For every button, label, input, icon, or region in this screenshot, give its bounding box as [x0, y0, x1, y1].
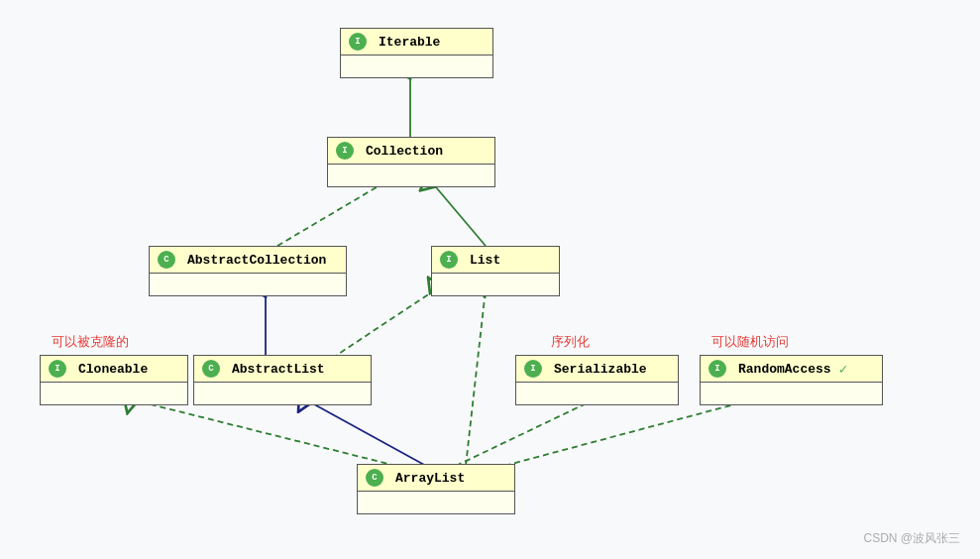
list-box: List	[431, 246, 560, 296]
watermark: CSDN @波风张三	[863, 530, 960, 547]
abstractlist-icon	[202, 360, 220, 378]
iterable-body	[341, 56, 492, 77]
abstractcollection-box: AbstractCollection	[149, 246, 347, 296]
serializable-icon	[524, 360, 542, 378]
svg-line-11	[466, 289, 486, 466]
randomaccess-icon	[708, 360, 726, 378]
list-body	[432, 274, 559, 295]
abstractcollection-label: AbstractCollection	[187, 253, 326, 268]
serializable-box: Serializable	[515, 355, 679, 405]
svg-line-3	[277, 181, 386, 246]
serializable-annotation: 序列化	[551, 333, 590, 351]
cloneable-box: Cloneable	[40, 355, 188, 405]
svg-line-7	[305, 399, 426, 466]
collection-label: Collection	[366, 144, 443, 159]
svg-line-9	[456, 399, 595, 466]
iterable-label: Iterable	[379, 35, 440, 50]
arraylist-body	[358, 492, 514, 513]
abstractlist-label: AbstractList	[232, 362, 325, 377]
randomaccess-body	[701, 383, 882, 404]
randomaccess-label: RandomAccess	[738, 362, 831, 377]
abstractcollection-body	[150, 274, 346, 295]
arraylist-icon	[366, 469, 383, 487]
cloneable-body	[41, 383, 187, 404]
svg-line-8	[131, 399, 396, 466]
collection-icon	[336, 142, 354, 160]
iterable-icon	[349, 33, 367, 51]
diagram-container: Iterable Collection AbstractCollection L…	[0, 0, 980, 559]
serializable-label: Serializable	[554, 362, 647, 377]
arraylist-box: ArrayList	[357, 464, 515, 514]
checkmark-icon: ✓	[839, 361, 847, 378]
abstractcollection-icon	[158, 251, 175, 269]
collection-body	[328, 165, 494, 186]
cloneable-annotation: 可以被克隆的	[52, 333, 129, 351]
cloneable-label: Cloneable	[78, 362, 148, 377]
randomaccess-annotation: 可以随机访问	[711, 333, 789, 351]
abstractlist-box: AbstractList	[193, 355, 372, 405]
collection-box: Collection	[327, 137, 495, 187]
cloneable-icon	[49, 360, 66, 378]
abstractlist-body	[194, 383, 371, 404]
svg-line-4	[431, 181, 486, 246]
serializable-body	[516, 383, 678, 404]
list-label: List	[470, 253, 500, 268]
iterable-box: Iterable	[340, 28, 493, 78]
arraylist-label: ArrayList	[395, 471, 465, 486]
randomaccess-box: RandomAccess ✓	[700, 355, 883, 405]
list-icon	[440, 251, 458, 269]
svg-line-10	[486, 399, 753, 471]
